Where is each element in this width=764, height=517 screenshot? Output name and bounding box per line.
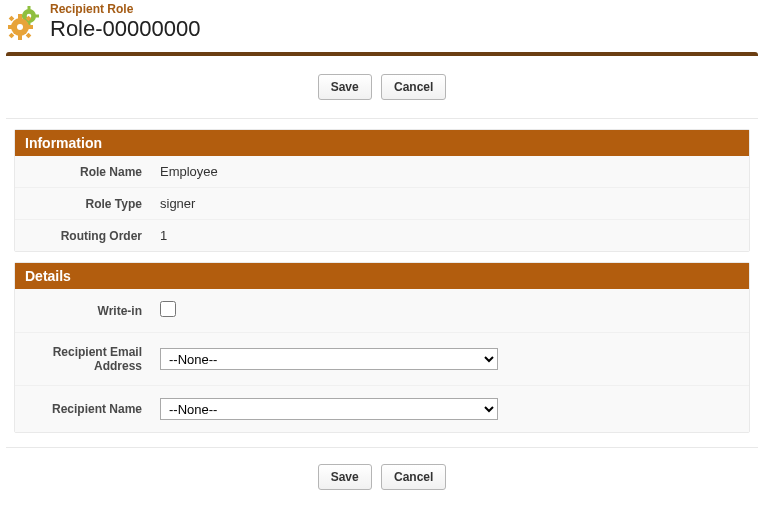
svg-rect-12 [26,33,32,39]
svg-rect-10 [28,25,33,29]
cancel-button[interactable]: Cancel [381,74,446,100]
save-button-bottom[interactable]: Save [318,464,372,490]
information-panel: Information Role Name Employee Role Type… [14,129,750,252]
page-title: Role-00000000 [50,16,200,42]
cancel-button-bottom[interactable]: Cancel [381,464,446,490]
information-heading: Information [15,130,749,156]
recipient-email-select[interactable]: --None-- [160,348,498,370]
role-name-row: Role Name Employee [15,156,749,188]
svg-rect-8 [18,35,22,40]
bottom-button-row: Save Cancel [6,447,758,506]
svg-rect-11 [9,16,15,22]
recipient-name-row: Recipient Name --None-- [15,386,749,432]
recipient-email-label: Recipient Email Address [15,345,160,373]
top-button-row: Save Cancel [6,56,758,119]
recipient-name-label: Recipient Name [15,402,160,416]
svg-rect-4 [35,15,39,18]
write-in-label: Write-in [15,304,160,318]
role-type-label: Role Type [15,197,160,211]
write-in-checkbox[interactable] [160,301,176,317]
write-in-row: Write-in [15,289,749,333]
routing-order-row: Routing Order 1 [15,220,749,251]
recipient-name-select[interactable]: --None-- [160,398,498,420]
svg-point-15 [17,24,23,30]
save-button[interactable]: Save [318,74,372,100]
role-name-label: Role Name [15,165,160,179]
page-subtitle: Recipient Role [50,2,200,16]
page-header: Recipient Role Role-00000000 [0,0,764,48]
svg-rect-1 [28,6,31,10]
svg-rect-9 [8,25,12,29]
routing-order-value: 1 [160,228,167,243]
details-panel: Details Write-in Recipient Email Address… [14,262,750,433]
svg-rect-7 [18,14,22,19]
gears-icon [8,4,44,40]
recipient-email-row: Recipient Email Address --None-- [15,333,749,386]
details-heading: Details [15,263,749,289]
svg-rect-13 [9,33,15,39]
routing-order-label: Routing Order [15,229,160,243]
role-name-value: Employee [160,164,218,179]
role-type-value: signer [160,196,195,211]
role-type-row: Role Type signer [15,188,749,220]
